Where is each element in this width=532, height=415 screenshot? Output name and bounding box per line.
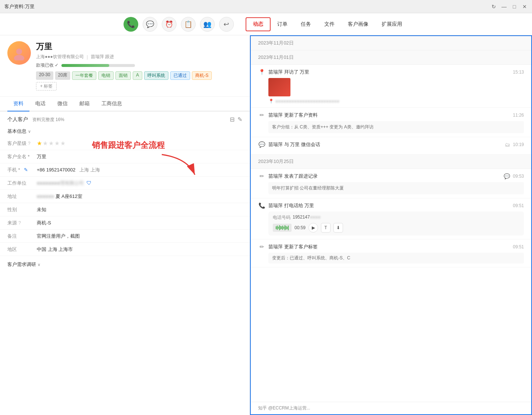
- title-bar-left: 客户资料:万里: [4, 3, 35, 10]
- tab-activity[interactable]: 动态: [246, 17, 271, 31]
- verified-icon: 🛡: [86, 180, 92, 186]
- subtab-email[interactable]: 邮箱: [74, 97, 96, 111]
- tag-change-content: 变更后：已通过、呼叫系统、商机-S、C: [268, 253, 524, 263]
- edit-icon[interactable]: ✎: [238, 116, 242, 123]
- field-value-region: 中国 上海 上海市: [37, 246, 242, 253]
- tag-age: 20-30: [36, 71, 53, 80]
- star-4: ★: [54, 140, 60, 147]
- activity-title-note: 苗瑞萍 发表了跟进记录: [268, 173, 318, 180]
- field-label-address: 地址: [7, 193, 37, 200]
- owner-name: 苗瑞萍 跟进: [91, 54, 114, 60]
- activity-note: ✏ 苗瑞萍 发表了跟进记录 💬 09:53 明年打算扩招 公司在董经理那陈大厦: [251, 169, 531, 198]
- play-button[interactable]: ▶: [308, 223, 318, 233]
- field-label-gender: 性别: [7, 206, 37, 213]
- data-row: 备注 官网注册用户，截图: [0, 230, 250, 243]
- phone-label: 电话号码: [273, 214, 290, 221]
- personal-label: 个人客户: [7, 116, 28, 122]
- activity-time-wechat: 10:19: [513, 142, 524, 147]
- bottom-watermark: 知乎 @ECCRM上海运营...: [251, 402, 531, 414]
- svg-point-0: [16, 49, 22, 54]
- tag-facesales: 面销: [115, 71, 131, 80]
- download-button[interactable]: ⬇: [333, 223, 343, 233]
- info-icon[interactable]: ?: [28, 141, 31, 146]
- nav-tabs: 动态 订单 任务 文件 客户画像 扩展应用: [246, 17, 409, 31]
- info-icon-source[interactable]: ?: [18, 220, 21, 226]
- address-clear: 夏 A座612室: [56, 194, 82, 199]
- close-button[interactable]: ✕: [522, 4, 528, 10]
- needs-toggle[interactable]: 客户需求调研 ∨: [0, 259, 250, 270]
- tab-portrait[interactable]: 客户画像: [341, 18, 375, 31]
- visit-content: 📍 ●●●●●●●●●●●●●●●●●●●●●●●●: [268, 78, 524, 104]
- phone-record: 电话号码 1952147●●●●: [268, 212, 524, 235]
- chat-icon: 🗂: [505, 142, 510, 148]
- customer-sub: 上海●●●饮管理有限公司 | 苗瑞萍 跟进: [36, 54, 242, 60]
- activity-visit: 📍 苗瑞萍 拜访了 万里 15:13 📍 ●●●●●●●●●●●●●●●●●●●…: [251, 65, 531, 108]
- progress-bar: [61, 64, 135, 67]
- field-label-phone: 手机 * ✎: [7, 167, 37, 173]
- visit-image: [268, 78, 290, 96]
- activity-time-visit: 15:13: [513, 70, 524, 75]
- file-button[interactable]: 📋: [181, 17, 196, 32]
- subtab-profile[interactable]: 资料: [7, 97, 29, 111]
- activity-tag-update: ✏ 苗瑞萍 更新了客户标签 09:51 变更后：已通过、呼叫系统、商机-S、C: [251, 240, 531, 267]
- title-bar-right: ↻ — □ ✕: [491, 4, 528, 10]
- refresh-button[interactable]: ↻: [491, 4, 497, 10]
- activity-left-tagupdate: ✏ 苗瑞萍 更新了客户标签: [258, 243, 318, 251]
- note-content: 明年打算扩招 公司在董经理那陈大厦: [268, 182, 524, 194]
- text-icon-button[interactable]: T: [321, 223, 331, 233]
- activity-title-wechat: 苗瑞萍 与 万里 微信会话: [268, 141, 320, 148]
- activity-header-call: 📞 苗瑞萍 打电话给 万里 09:51: [258, 202, 524, 209]
- timeline: 2023年11月02日 2023年11月01日 📍 苗瑞萍 拜访了 万里 15:…: [251, 36, 531, 267]
- data-row: 手机 * ✎ +86 19521470002 上海 上海: [0, 163, 250, 177]
- tab-order[interactable]: 订单: [271, 18, 294, 31]
- activity-time-tagupdate: 09:51: [513, 244, 524, 249]
- phone-number: 1952147●●●●: [293, 214, 321, 221]
- toolbar: 📞 💬 ⏰ 📋 👥 ↩ 动态 订单 任务 文件 客户画像 扩展应用: [0, 13, 532, 35]
- activity-header-update: ✏ 苗瑞萍 更新了客户资料 11:26: [258, 111, 524, 119]
- subtab-wechat[interactable]: 微信: [51, 97, 74, 111]
- field-value-company: ●●●●●●●●理有限公司 🛡: [37, 180, 242, 187]
- add-tag-button[interactable]: + 标签: [36, 82, 57, 91]
- phone-button[interactable]: 📞: [124, 17, 138, 32]
- subtab-business[interactable]: 工商信息: [96, 97, 128, 111]
- contact-button[interactable]: 👥: [200, 17, 215, 32]
- data-row: 客户星级 ? ★ ★ ★ ★ ★: [0, 137, 250, 150]
- tags-row: 20-30 20席 一年套餐 电销 面销 A 呼叫系统 已通过 商机-S: [36, 71, 242, 80]
- maximize-button[interactable]: □: [511, 4, 517, 10]
- phone-number-row: 电话号码 1952147●●●●: [273, 214, 519, 221]
- date-divider-1101: 2023年11月01日: [251, 50, 531, 65]
- field-value-stars: ★ ★ ★ ★ ★: [37, 140, 242, 147]
- note-icon: ✏: [258, 173, 265, 180]
- edit-phone-icon[interactable]: ✎: [24, 167, 28, 173]
- main-layout: 万里 上海●●●饮管理有限公司 | 苗瑞萍 跟进 款项已收 ✓ 20-30 20…: [0, 35, 532, 415]
- minimize-button[interactable]: —: [501, 4, 507, 10]
- waveform: [273, 224, 292, 232]
- data-row: 地址 ●●●●●● 夏 A座612室: [0, 190, 250, 203]
- data-row: 性别 未知: [0, 203, 250, 216]
- progress-label: 款项已收 ✓: [36, 62, 58, 68]
- tab-task[interactable]: 任务: [294, 18, 318, 31]
- star-1: ★: [37, 140, 42, 147]
- data-row: 地区 中国 上海 上海市: [0, 243, 250, 256]
- field-label-stars: 客户星级 ?: [7, 140, 37, 147]
- activity-left-update: ✏ 苗瑞萍 更新了客户资料: [258, 111, 318, 119]
- tab-extension[interactable]: 扩展应用: [375, 18, 409, 31]
- subtab-phone[interactable]: 电话: [29, 97, 51, 111]
- view-icon[interactable]: ⊟: [230, 116, 235, 123]
- update-icon: ✏: [258, 111, 265, 119]
- svg-point-1: [14, 55, 24, 60]
- tagupdate-icon: ✏: [258, 243, 265, 251]
- basic-info-toggle[interactable]: 基本信息 ∨: [0, 126, 250, 137]
- tab-file[interactable]: 文件: [318, 18, 341, 31]
- activity-left: 📍 苗瑞萍 拜访了 万里: [258, 68, 309, 76]
- task-button[interactable]: ⏰: [162, 17, 176, 32]
- field-value-source: 商机-S: [37, 220, 242, 226]
- field-value-address: ●●●●●● 夏 A座612室: [37, 193, 242, 200]
- sub-tabs: 资料 电话 微信 邮箱 工商信息: [0, 97, 250, 111]
- field-label-name: 客户全名 *: [7, 153, 37, 160]
- customer-info: 万里 上海●●●饮管理有限公司 | 苗瑞萍 跟进 款项已收 ✓ 20-30 20…: [36, 41, 242, 91]
- activity-title-call: 苗瑞萍 打电话给 万里: [268, 202, 314, 209]
- message-button[interactable]: 💬: [143, 17, 157, 32]
- back-button[interactable]: ↩: [219, 17, 234, 32]
- date-divider-1025: 2023年10月25日: [251, 155, 531, 169]
